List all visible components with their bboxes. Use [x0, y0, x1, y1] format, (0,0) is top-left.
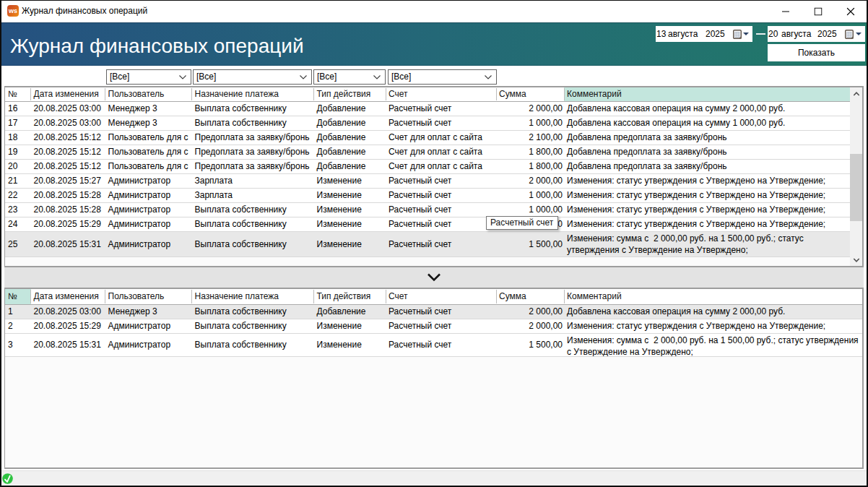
cell-user: Пользователь для с — [105, 131, 192, 145]
cell-user: Пользователь для с — [105, 160, 192, 173]
column-header[interactable]: Дата изменения — [31, 87, 105, 101]
close-button[interactable] — [834, 1, 867, 22]
maximize-button[interactable] — [802, 1, 834, 22]
filter-user-combobox[interactable]: [Все] — [106, 69, 191, 85]
table-row[interactable]: 320.08.2025 15:31АдминистраторВыплата со… — [5, 334, 862, 357]
calendar-icon[interactable] — [845, 30, 854, 41]
table-row[interactable]: 1720.08.2025 03:00Менеджер 3Выплата собс… — [5, 116, 862, 131]
cell-sum: 2 000,00 — [496, 102, 564, 116]
cell-date: 20.08.2025 15:12 — [31, 131, 105, 145]
date-from-month[interactable]: августа — [668, 26, 698, 42]
column-header[interactable]: Тип действия — [314, 289, 386, 304]
table-row[interactable]: 2320.08.2025 15:28АдминистраторВыплата с… — [5, 203, 862, 217]
cell-sum: 1 800,00 — [496, 160, 564, 173]
calendar-icon[interactable] — [733, 30, 742, 41]
column-separator — [313, 88, 314, 100]
column-header[interactable]: Комментарий — [564, 289, 863, 304]
cell-purpose: Зарплата — [192, 174, 314, 188]
table-header-row: №Дата измененияПользовательНазначение пл… — [5, 289, 862, 305]
column-header[interactable]: Счет — [386, 87, 496, 101]
column-separator — [30, 88, 31, 100]
cell-date: 20.08.2025 15:29 — [31, 319, 105, 333]
cell-action: Изменение — [314, 189, 386, 202]
column-header[interactable]: Пользователь — [105, 289, 192, 304]
column-header[interactable]: Комментарий — [564, 87, 851, 101]
table-row[interactable]: 220.08.2025 15:29АдминистраторВыплата со… — [5, 319, 862, 334]
scroll-down-arrow[interactable] — [850, 254, 862, 266]
column-header[interactable]: Назначение платежа — [192, 289, 314, 304]
column-header[interactable]: Сумма — [496, 289, 564, 304]
table-row[interactable]: 1920.08.2025 15:12Пользователь для сПред… — [5, 145, 862, 160]
cell-account: Расчетный счет — [386, 102, 496, 116]
cell-comment: Добавлена кассовая операция на сумму 2 0… — [564, 102, 851, 116]
date-from-picker[interactable]: 13 августа 2025 — [656, 26, 752, 42]
cell-num: 1 — [5, 305, 31, 319]
cell-num: 18 — [5, 131, 31, 145]
cell-purpose: Выплата собственнику — [192, 334, 314, 356]
column-header[interactable]: Счет — [386, 289, 496, 304]
chevron-up-icon — [853, 92, 859, 96]
splitter-bar[interactable] — [4, 267, 864, 288]
column-header[interactable]: № — [5, 87, 31, 101]
table-row[interactable]: 2420.08.2025 15:29АдминистраторВыплата с… — [5, 217, 862, 232]
cell-account: Расчетный счет — [386, 189, 496, 202]
table-row[interactable]: 120.08.2025 03:00Менеджер 3Выплата собст… — [5, 305, 862, 319]
date-to-year[interactable]: 2025 — [817, 26, 837, 42]
column-separator — [496, 88, 497, 100]
cell-comment: Изменения: статус утверждения с Утвержде… — [564, 174, 851, 188]
chevron-down-icon — [485, 75, 492, 79]
show-button[interactable]: Показать — [768, 44, 865, 61]
cell-user: Администратор — [105, 189, 192, 202]
tooltip: Расчетный счет — [486, 216, 558, 230]
title-bar: ws Журнал финансовых операций — [1, 1, 867, 22]
date-from-year[interactable]: 2025 — [706, 26, 725, 42]
date-from-dropdown-arrow[interactable] — [743, 33, 749, 35]
table-row[interactable]: 2220.08.2025 15:28АдминистраторЗарплатаИ… — [5, 189, 862, 203]
table-row[interactable]: 2520.08.2025 15:31АдминистраторВыплата с… — [5, 232, 862, 257]
column-separator — [313, 290, 314, 303]
journal-table-top: №Дата измененияПользовательНазначение пл… — [4, 86, 864, 267]
minimize-button[interactable] — [769, 1, 802, 22]
column-separator — [105, 290, 105, 303]
cell-comment: Изменения: сумма с 2 000,00 руб. на 1 50… — [564, 232, 851, 257]
cell-sum: 1 500,00 — [496, 334, 564, 356]
column-header[interactable]: № — [5, 289, 31, 304]
date-to-month[interactable]: августа — [781, 26, 811, 42]
cell-purpose: Выплата собственнику — [192, 102, 314, 116]
date-to-day[interactable]: 20 — [768, 26, 778, 42]
table-row[interactable]: 1620.08.2025 03:00Менеджер 3Выплата собс… — [5, 102, 862, 116]
vertical-scrollbar[interactable] — [850, 87, 862, 266]
column-header[interactable]: Тип действия — [314, 87, 386, 101]
cell-num: 17 — [5, 116, 31, 130]
dash-bar — [756, 33, 765, 35]
scroll-up-arrow[interactable] — [850, 87, 862, 100]
cell-date: 20.08.2025 03:00 — [31, 102, 105, 116]
cell-date: 20.08.2025 15:12 — [31, 145, 105, 159]
column-header[interactable]: Сумма — [496, 87, 564, 101]
cell-comment: Добавлена предоплата за заявку/бронь — [564, 145, 851, 159]
date-to-picker[interactable]: 20 августа 2025 — [768, 26, 865, 42]
scrollbar-thumb[interactable] — [850, 154, 862, 221]
date-to-dropdown-arrow[interactable] — [856, 33, 862, 35]
cell-date: 20.08.2025 15:31 — [31, 334, 105, 356]
cell-comment: Изменения: статус утверждения с Утвержде… — [564, 319, 863, 333]
cell-account: Счет для оплат с сайта — [386, 160, 496, 173]
filter-purpose-combobox[interactable]: [Все] — [193, 69, 312, 85]
page-header: Журнал финансовых операций 13 августа 20… — [1, 22, 867, 66]
column-separator — [191, 88, 192, 100]
status-bar — [1, 470, 867, 486]
cell-purpose: Выплата собственнику — [192, 319, 314, 333]
column-header[interactable]: Назначение платежа — [192, 87, 314, 101]
column-header[interactable]: Дата изменения — [31, 289, 105, 304]
column-header[interactable]: Пользователь — [105, 87, 192, 101]
cell-purpose: Выплата собственнику — [192, 305, 314, 319]
cell-comment: Изменения: статус утверждения с Утвержде… — [564, 203, 851, 217]
date-from-day[interactable]: 13 — [656, 26, 666, 42]
cell-user: Администратор — [105, 203, 192, 217]
table-row[interactable]: 2120.08.2025 15:27АдминистраторЗарплатаИ… — [5, 174, 862, 189]
filter-account-combobox[interactable]: [Все] — [388, 69, 497, 85]
table-row[interactable]: 1820.08.2025 15:12Пользователь для сПред… — [5, 131, 862, 145]
filter-action-combobox[interactable]: [Все] — [313, 69, 386, 85]
table-row[interactable]: 2020.08.2025 15:12Пользователь для сПред… — [5, 160, 862, 174]
chevron-down-icon — [428, 273, 441, 282]
